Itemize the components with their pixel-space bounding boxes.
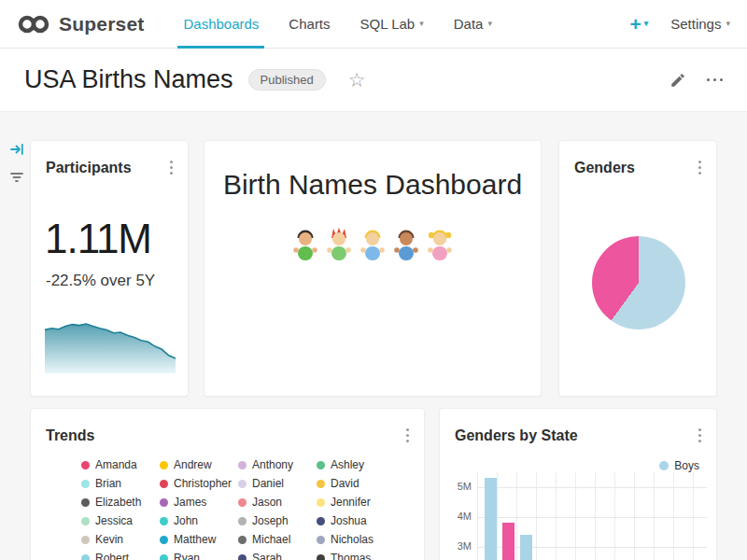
card-participants: Participants 1.11M -22.5% over 5Y [30,140,189,397]
chevron-down-icon: ▾ [419,20,424,28]
legend-dot [81,461,90,469]
edit-pencil-icon[interactable] [669,72,686,89]
legend-dot [317,498,325,507]
y-axis-tick: 4M [447,511,472,522]
bar-boys-0[interactable] [485,478,497,560]
legend-item-ryan[interactable]: Ryan [160,552,238,560]
bar-girls-1[interactable] [502,523,514,560]
superset-app: Superset Dashboards Charts SQL Lab ▾ Dat… [0,0,747,560]
nav-item-charts[interactable]: Charts [274,0,345,49]
nav-item-dashboards[interactable]: Dashboards [168,0,274,49]
legend-item-joseph[interactable]: Joseph [238,514,317,527]
published-badge[interactable]: Published [248,69,326,91]
legend-dot [81,536,90,544]
chart-title: Trends [46,427,94,444]
gridline [477,517,707,518]
legend-item-nicholas[interactable]: Nicholas [317,533,395,546]
kebab-menu-icon[interactable] [696,426,704,445]
plus-icon: + [629,13,641,35]
legend-dot [238,498,247,507]
legend-label: Robert [95,552,129,560]
legend-dot [317,517,325,525]
legend-item-kevin[interactable]: Kevin [81,533,160,546]
expand-filter-bar-icon[interactable] [9,142,24,157]
legend-label: Michael [252,533,290,546]
legend-label: John [174,514,198,527]
card-genders-by-state: Genders by State Boys 5M4M3M [439,408,717,560]
state-bars-plot[interactable] [477,472,707,560]
legend-label: Thomas [331,552,371,560]
legend-item-robert[interactable]: Robert [81,552,160,560]
legend-item-matthew[interactable]: Matthew [160,533,238,546]
dashboard-title: USA Births Names [24,65,233,94]
legend-dot [238,554,247,560]
legend-item-amanda[interactable]: Amanda [81,458,160,471]
legend-item-jessica[interactable]: Jessica [81,514,160,527]
legend-dot [81,480,90,488]
legend-dot [238,480,247,488]
legend-item-christopher[interactable]: Christopher [160,477,238,490]
legend-item-thomas[interactable]: Thomas [317,552,395,560]
legend-label: Brian [95,477,121,490]
more-options-icon[interactable] [707,75,724,86]
genders-pie-chart[interactable] [592,236,685,329]
legend-label: Kevin [95,533,123,546]
legend-label: Joshua [331,514,367,527]
brand-name: Superset [59,13,144,35]
legend-dot [238,536,247,544]
legend-item-andrew[interactable]: Andrew [160,458,238,471]
legend-item-brian[interactable]: Brian [81,477,160,490]
legend-dot [659,461,669,470]
kebab-menu-icon[interactable] [403,426,412,445]
nav-item-sql-lab[interactable]: SQL Lab ▾ [345,0,439,49]
legend-dot [160,554,168,560]
chart-title: Genders [574,160,635,176]
top-navbar: Superset Dashboards Charts SQL Lab ▾ Dat… [0,0,747,49]
legend-label: Christopher [174,477,232,490]
legend-item-john[interactable]: John [160,514,238,527]
legend-label: Daniel [252,477,284,490]
participants-sparkline-chart[interactable] [44,319,176,373]
legend-dot [81,498,90,507]
kebab-menu-icon[interactable] [167,158,176,177]
trends-legend: AmandaAndrewAnthonyAshleyBrianChristophe… [81,455,395,560]
settings-menu[interactable]: Settings ▾ [670,16,730,32]
legend-label: Jason [252,496,282,509]
legend-label: Jennifer [331,496,371,509]
legend-dot [238,461,247,469]
legend-label: Ryan [174,552,200,560]
legend-label: Joseph [252,514,289,527]
legend-item-sarah[interactable]: Sarah [238,552,317,560]
legend-label: Andrew [174,458,212,471]
favorite-star-icon[interactable]: ☆ [348,69,366,91]
legend-item-ashley[interactable]: Ashley [317,458,395,471]
legend-item-david[interactable]: David [317,477,395,490]
nav-right-actions: + ▾ Settings ▾ [629,13,730,35]
bar-boys-2[interactable] [520,535,532,560]
legend-dot [317,554,325,560]
legend-item-boys[interactable]: Boys [659,459,699,472]
legend-item-joshua[interactable]: Joshua [317,514,395,527]
new-item-button[interactable]: + ▾ [629,13,648,35]
legend-item-jason[interactable]: Jason [238,496,317,509]
filter-icon[interactable] [9,170,24,185]
legend-dot [160,536,168,544]
nav-item-data[interactable]: Data ▾ [439,0,507,49]
legend-item-james[interactable]: James [160,496,238,509]
legend-item-daniel[interactable]: Daniel [238,477,317,490]
y-axis-tick: 5M [447,481,472,492]
legend-label: Amanda [95,458,137,471]
legend-item-elizabeth[interactable]: Elizabeth [81,496,160,509]
superset-logo[interactable]: Superset [17,13,144,35]
card-markdown: Birth Names Dashboard [204,140,542,397]
legend-item-anthony[interactable]: Anthony [238,458,317,471]
legend-label: Elizabeth [95,496,141,509]
legend-item-jennifer[interactable]: Jennifer [317,496,395,509]
nav-menu: Dashboards Charts SQL Lab ▾ Data ▾ [168,0,506,49]
legend-label: David [331,477,359,490]
participants-delta: -22.5% over 5Y [46,272,155,290]
kebab-menu-icon[interactable] [696,158,704,177]
legend-dot [160,480,168,488]
legend-item-michael[interactable]: Michael [238,533,317,546]
legend-label: Matthew [174,533,216,546]
